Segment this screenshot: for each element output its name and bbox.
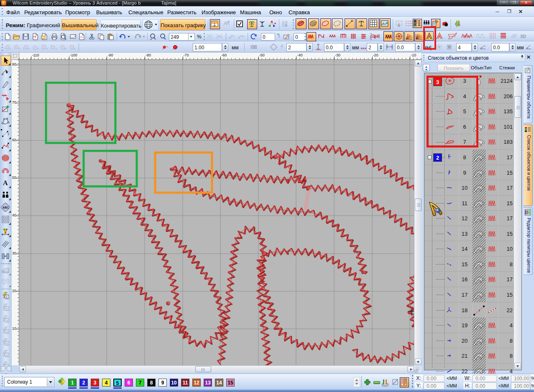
svg-text:6: 6	[6, 354, 8, 357]
svg-text:2: 2	[6, 307, 8, 311]
svg-text:3: 3	[6, 319, 8, 323]
svg-text:1: 1	[7, 145, 9, 148]
svg-text:1: 1	[8, 132, 9, 135]
svg-text:5: 5	[6, 342, 8, 346]
svg-text:ABC: ABC	[3, 206, 9, 209]
svg-text:A: A	[3, 179, 8, 186]
svg-text:4: 4	[6, 330, 8, 334]
svg-text:1: 1	[6, 295, 8, 299]
